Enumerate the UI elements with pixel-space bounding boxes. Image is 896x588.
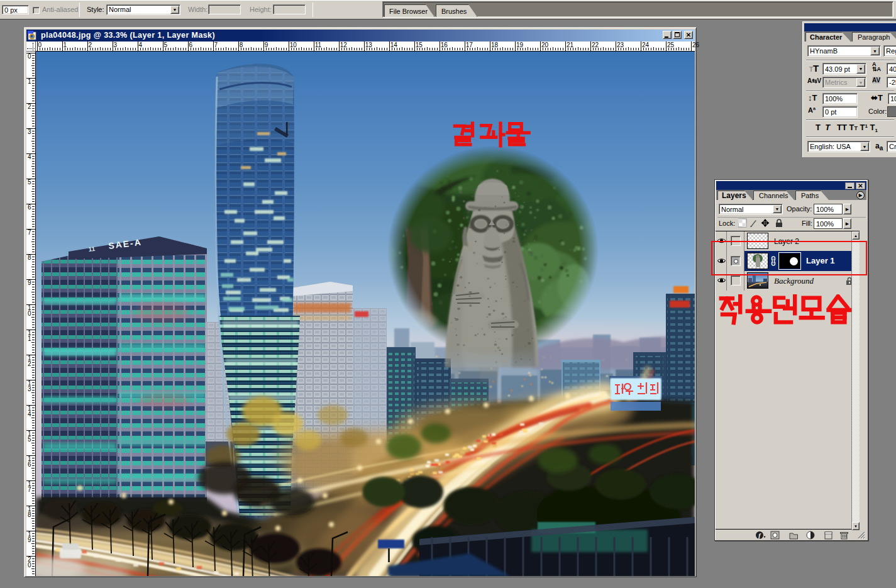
svg-text:11: 11 — [88, 245, 96, 253]
